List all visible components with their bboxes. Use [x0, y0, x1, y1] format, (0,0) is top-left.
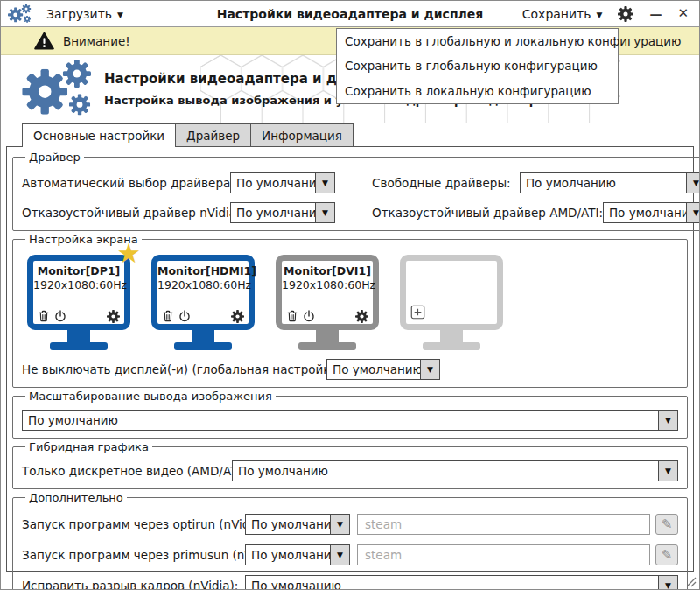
select-failsafe-amd[interactable]: По умолчанию ▼: [603, 202, 700, 223]
label-optirun: Запуск программ через optirun (nVidia):: [22, 517, 245, 531]
chevron-down-icon: ▼: [686, 173, 700, 193]
label-fix-tearing: Исправить разрыв кадров (nVidia):: [22, 579, 245, 590]
monitor-row: ★ Monitor[DP1] 1920x1080:60Hz: [27, 255, 678, 350]
power-icon[interactable]: [178, 309, 192, 323]
app-gears-logo-icon: [22, 60, 101, 119]
monitor-mode: 1920x1080:60Hz: [33, 278, 124, 291]
group-driver-legend: Драйвер: [25, 151, 84, 164]
select-dpms[interactable]: По умолчанию ▼: [326, 359, 440, 380]
warning-triangle-icon: [34, 32, 54, 51]
chevron-down-icon: ▼: [330, 545, 349, 565]
minimize-button[interactable]: —: [649, 8, 662, 20]
chevron-down-icon: ▼: [686, 203, 700, 222]
gear-icon[interactable]: [231, 309, 245, 323]
select-scaling[interactable]: По умолчанию ▼: [22, 410, 678, 431]
main-panel: Драйвер Автоматический выбор драйвера: П…: [6, 146, 694, 572]
select-primusun[interactable]: По умолчанию ▼: [245, 544, 350, 565]
select-discrete-only[interactable]: По умолчанию ▼: [232, 460, 678, 481]
group-additional: Дополнительно Запуск программ через opti…: [12, 491, 688, 590]
select-optirun[interactable]: По умолчанию ▼: [245, 514, 350, 535]
primusun-command-input[interactable]: [357, 544, 650, 565]
menu-item-save-global-and-local[interactable]: Сохранить в глобальную и локальную конфи…: [337, 29, 618, 53]
trash-icon[interactable]: [161, 309, 175, 323]
monitor-card-dvi1[interactable]: Monitor[DVI1] 1920x1080:60Hz: [276, 255, 379, 350]
menu-item-save-local[interactable]: Сохранить в локальную конфигурацию: [337, 79, 618, 103]
chevron-down-icon: ▼: [658, 461, 677, 481]
close-button[interactable]: ✕: [677, 7, 689, 20]
tab-information[interactable]: Информация: [250, 123, 354, 146]
label-free-drivers: Свободные драйверы:: [372, 176, 511, 190]
edit-primusun-button[interactable]: ✎: [655, 544, 678, 565]
chevron-down-icon: ▼: [315, 173, 334, 193]
label-discrete-only: Только дискретное видео (AMD/ATI):: [22, 464, 232, 478]
group-screen-setup: Настройка экрана ★ Monitor[DP1] 1920x108…: [12, 233, 688, 388]
optirun-command-input[interactable]: [357, 514, 650, 535]
monitor-mode: 1920x1080:60Hz: [282, 278, 373, 291]
monitor-mode: 1920x1080:60Hz: [158, 278, 248, 291]
group-scaling-legend: Масштабирование вывода изображения: [25, 390, 276, 403]
chevron-down-icon: ▼: [597, 11, 603, 19]
chevron-down-icon: ▼: [117, 11, 123, 19]
chevron-down-icon: ▼: [658, 411, 677, 430]
label-dpms: Не выключать дисплей(-и) (глобальная нас…: [22, 362, 321, 376]
group-hybrid-legend: Гибридная графика: [25, 440, 152, 453]
menu-item-save-global[interactable]: Сохранить в глобальную конфигурацию: [337, 53, 618, 78]
save-button[interactable]: Сохранить ▼: [522, 7, 603, 21]
monitor-card-empty[interactable]: [400, 255, 503, 350]
monitor-card-dp1[interactable]: ★ Monitor[DP1] 1920x1080:60Hz: [27, 255, 130, 350]
group-additional-legend: Дополнительно: [25, 491, 127, 504]
warning-text: Внимание!: [63, 34, 130, 48]
app-gears-logo-icon: [8, 3, 34, 25]
app-window: Загрузить ▼ Настройки видеоадаптера и ди…: [0, 0, 700, 590]
load-button[interactable]: Загрузить ▼: [46, 7, 123, 21]
label-failsafe-nvidia: Отказоустойчивый драйвер nVidia:: [22, 206, 230, 220]
title-bar: Загрузить ▼ Настройки видеоадаптера и ди…: [1, 1, 699, 27]
power-icon[interactable]: [53, 309, 67, 323]
gear-icon[interactable]: [107, 309, 121, 323]
settings-gear-icon[interactable]: [618, 6, 634, 22]
select-failsafe-nvidia[interactable]: По умолчанию ▼: [230, 202, 335, 223]
chevron-down-icon: ▼: [315, 203, 334, 222]
chevron-down-icon: ▼: [330, 515, 349, 534]
group-driver: Драйвер Автоматический выбор драйвера: П…: [12, 151, 700, 231]
monitor-name: Monitor[DVI1]: [282, 264, 373, 277]
chevron-down-icon: ▼: [658, 576, 677, 590]
select-auto-driver[interactable]: По умолчанию ▼: [230, 172, 335, 193]
tab-main-settings[interactable]: Основные настройки: [22, 123, 176, 147]
monitor-card-hdmi1[interactable]: Monitor[HDMI1] 1920x1080:60Hz: [151, 255, 255, 350]
group-hybrid-graphics: Гибридная графика Только дискретное виде…: [12, 440, 688, 489]
monitor-name: Monitor[HDMI1]: [158, 264, 248, 277]
trash-icon[interactable]: [37, 309, 51, 323]
label-auto-driver: Автоматический выбор драйвера:: [22, 176, 230, 190]
gear-icon[interactable]: [355, 309, 369, 323]
power-icon[interactable]: [302, 309, 316, 323]
group-screen-legend: Настройка экрана: [25, 233, 142, 246]
trash-icon[interactable]: [285, 309, 299, 323]
edit-optirun-button[interactable]: ✎: [655, 514, 678, 535]
add-display-icon[interactable]: [410, 305, 425, 320]
save-button-label: Сохранить: [522, 7, 592, 21]
select-fix-tearing[interactable]: По умолчанию ▼: [245, 575, 678, 590]
tab-driver[interactable]: Драйвер: [175, 123, 251, 146]
select-free-drivers[interactable]: По умолчанию ▼: [520, 172, 700, 193]
chevron-down-icon: ▼: [420, 360, 439, 379]
tab-bar: Основные настройки Драйвер Информация: [1, 123, 699, 146]
label-failsafe-amd: Отказоустойчивый драйвер AMD/ATI:: [372, 206, 603, 220]
group-scaling: Масштабирование вывода изображения По ум…: [12, 390, 688, 439]
label-primusun: Запуск программ через primusun (nVidia):: [22, 548, 245, 562]
save-dropdown-menu: Сохранить в глобальную и локальную конфи…: [336, 28, 619, 104]
load-button-label: Загрузить: [46, 7, 112, 21]
monitor-name: Monitor[DP1]: [33, 264, 124, 277]
